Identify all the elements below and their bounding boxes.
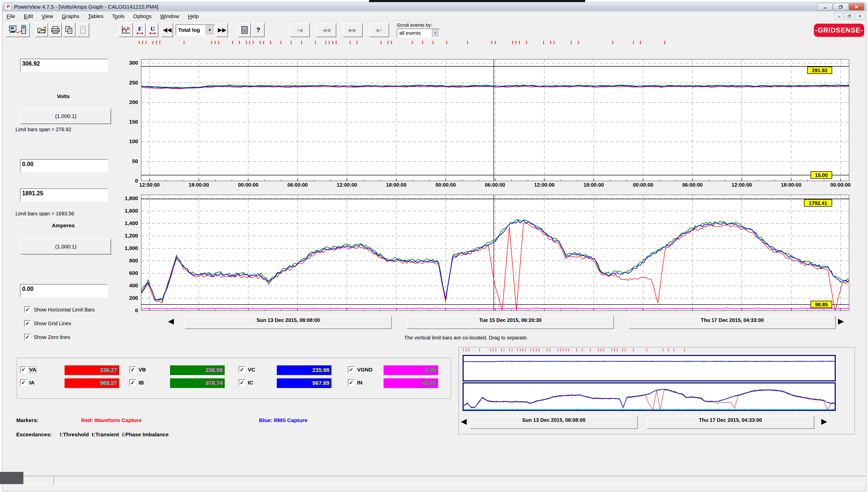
frequency-zoom-button[interactable]: F bbox=[134, 23, 146, 37]
copy-button[interactable] bbox=[63, 23, 76, 37]
screen: P PowerView 4.7.5 - [Volts/Amps Graph - … bbox=[0, 0, 868, 492]
legend-item-vgnd[interactable]: ✓VGND bbox=[348, 366, 373, 373]
time-axis-label: 00:00:00 bbox=[831, 182, 851, 188]
chevron-down-icon[interactable]: ▼ bbox=[206, 25, 214, 34]
graph-view-button[interactable] bbox=[119, 23, 133, 37]
markers-red-legend: Red: Waveform Capture bbox=[81, 417, 142, 423]
download-from-logger-button[interactable] bbox=[6, 23, 30, 37]
close-button[interactable] bbox=[849, 3, 864, 10]
time-axis-label: 12:00:00 bbox=[337, 182, 357, 188]
legend-channel-label: IA bbox=[29, 379, 34, 386]
svg-text:291.92: 291.92 bbox=[812, 68, 827, 73]
fast-forward-icon: ▶▶ bbox=[218, 27, 227, 33]
calculator-button[interactable] bbox=[238, 23, 251, 37]
print-button[interactable] bbox=[49, 23, 62, 37]
amps-min-field[interactable]: 0.00 bbox=[20, 284, 108, 297]
time-axis-label: 18:00:00 bbox=[386, 182, 406, 188]
amps-ratio-value: (1.000:1) bbox=[55, 244, 77, 250]
volts-axis-label: Volts bbox=[20, 93, 106, 99]
scrollbar-range-panel[interactable]: Thu 17 Dec 2015, 04:33:00 bbox=[629, 316, 836, 329]
amps-max-field[interactable]: 1891.25 bbox=[20, 189, 108, 202]
option-show-zero-lines[interactable]: ✓Show Zero lines bbox=[24, 334, 70, 341]
help-button[interactable]: ? bbox=[252, 23, 264, 37]
legend-channel-label: VGND bbox=[357, 367, 373, 373]
checkbox-icon[interactable]: ✓ bbox=[129, 366, 136, 373]
exceedances-label: Exceedances: bbox=[16, 432, 52, 438]
menu-edit[interactable]: Edit bbox=[20, 12, 37, 20]
option-show-grid-lines[interactable]: ✓Show Grid Lines bbox=[24, 320, 71, 327]
option-show-horizontal-limit-bars[interactable]: ✓Show Horizontal Limit Bars bbox=[24, 306, 95, 313]
menu-file[interactable]: File bbox=[2, 12, 20, 20]
scrollbar-right-arrow[interactable]: ▶ bbox=[838, 316, 844, 326]
legend-item-vc[interactable]: ✓VC bbox=[239, 366, 255, 373]
range-selector[interactable]: Total log ▼ bbox=[176, 24, 215, 35]
volts-chart[interactable]: 291.9215.00 bbox=[141, 59, 849, 181]
menu-bar: FileEditViewGraphsTablesToolsOptionsWind… bbox=[2, 12, 866, 21]
legend-item-va[interactable]: ✓VA bbox=[20, 366, 36, 373]
checkbox-icon[interactable]: ✓ bbox=[20, 379, 27, 386]
menu-tables[interactable]: Tables bbox=[84, 12, 108, 20]
menu-help[interactable]: Help bbox=[183, 12, 203, 20]
gridsense-logo: -GRIDSENSE- bbox=[814, 24, 864, 37]
y-axis-tick-label: 250 bbox=[113, 80, 138, 86]
scroll-events-selector[interactable]: all events ▼ bbox=[397, 28, 440, 38]
menu-window[interactable]: Window bbox=[156, 12, 183, 20]
y-axis-tick-label: 150 bbox=[113, 119, 138, 125]
legend-item-ic[interactable]: ✓IC bbox=[239, 379, 253, 386]
mdi-close-icon bbox=[858, 15, 861, 18]
minimize-button[interactable] bbox=[817, 3, 833, 10]
restore-icon bbox=[839, 5, 843, 9]
scrollbar-range-panel[interactable]: Sun 13 Dec 2015, 08:08:00 bbox=[185, 316, 392, 329]
mdi-close-button[interactable] bbox=[855, 13, 865, 20]
mdi-restore-button[interactable] bbox=[845, 13, 854, 20]
y-axis-tick-label: 1,600 bbox=[113, 208, 138, 214]
title-bar[interactable]: P PowerView 4.7.5 - [Volts/Amps Graph - … bbox=[2, 2, 866, 11]
legend-item-in[interactable]: ✓IN bbox=[348, 379, 362, 386]
checkbox-icon[interactable]: ✓ bbox=[24, 306, 31, 313]
checkbox-icon[interactable]: ✓ bbox=[239, 366, 245, 373]
unbalance-zoom-button[interactable]: U bbox=[147, 23, 158, 37]
scrollbar-range-panel[interactable]: Tue 15 Dec 2015, 06:20:30 bbox=[407, 316, 614, 329]
y-axis-tick-label: 1,200 bbox=[113, 232, 138, 239]
legend-item-vb[interactable]: ✓VB bbox=[129, 366, 146, 373]
checkbox-icon[interactable]: ✓ bbox=[24, 334, 31, 341]
scrollbar-left-arrow[interactable]: ◀ bbox=[168, 316, 174, 326]
menu-tools[interactable]: Tools bbox=[108, 12, 129, 20]
printer-icon bbox=[51, 26, 60, 34]
menu-graphs[interactable]: Graphs bbox=[57, 12, 84, 20]
scrollbar-range-panel[interactable]: Sun 13 Dec 2015, 08:08:00 bbox=[470, 416, 638, 429]
legend-channel-label: VB bbox=[138, 367, 146, 373]
overview-scroll-right-arrow[interactable]: ▶ bbox=[821, 416, 827, 426]
volts-max-field[interactable]: 306.92 bbox=[20, 59, 108, 72]
restore-button[interactable] bbox=[833, 3, 848, 10]
scrollbar-range-panel[interactable]: Thu 17 Dec 2015, 04:33:00 bbox=[647, 416, 814, 429]
option-label: Show Horizontal Limit Bars bbox=[34, 307, 95, 313]
svg-text:F: F bbox=[138, 25, 142, 32]
skip-to-end-icon: ▶| bbox=[377, 27, 382, 33]
y-axis-tick-label: 200 bbox=[113, 295, 138, 301]
menu-view[interactable]: View bbox=[37, 12, 57, 20]
volts-overview-chart[interactable] bbox=[464, 356, 835, 380]
amps-ratio-button[interactable]: (1.000:1) bbox=[21, 239, 111, 254]
range-selector-value: Total log bbox=[178, 27, 200, 33]
overview-scroll-left-arrow[interactable]: ◀ bbox=[461, 416, 467, 426]
checkbox-icon[interactable]: ✓ bbox=[24, 320, 31, 327]
amps-overview-chart[interactable] bbox=[464, 384, 835, 410]
volts-ratio-button[interactable]: (1.000:1) bbox=[21, 108, 111, 124]
pan-right-button[interactable]: ▶▶ bbox=[216, 23, 228, 37]
checkbox-icon[interactable]: ✓ bbox=[348, 366, 355, 373]
checkbox-icon[interactable]: ✓ bbox=[20, 366, 27, 373]
legend-item-ib[interactable]: ✓IB bbox=[129, 379, 144, 386]
menu-options[interactable]: Options bbox=[129, 12, 156, 20]
checkbox-icon[interactable]: ✓ bbox=[129, 379, 136, 386]
checkbox-icon[interactable]: ✓ bbox=[239, 379, 245, 386]
open-file-button[interactable] bbox=[35, 23, 48, 37]
pan-left-button[interactable]: ◀◀ bbox=[161, 23, 173, 37]
copy-icon bbox=[65, 26, 73, 34]
checkbox-icon[interactable]: ✓ bbox=[348, 379, 355, 386]
legend-item-ia[interactable]: ✓IA bbox=[20, 379, 34, 386]
volts-min-field[interactable]: 0.00 bbox=[20, 159, 108, 172]
svg-text:98.85: 98.85 bbox=[815, 302, 827, 308]
mdi-minimize-button[interactable] bbox=[834, 13, 844, 20]
amps-chart[interactable]: 1792.4198.85 bbox=[141, 195, 849, 311]
